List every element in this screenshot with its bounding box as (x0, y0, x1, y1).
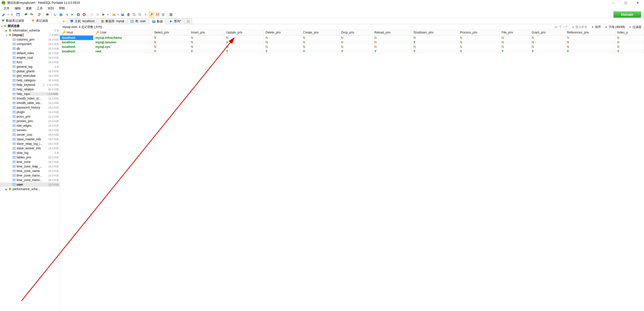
delete-icon[interactable] (81, 12, 87, 17)
cell[interactable]: N (565, 35, 615, 40)
find-icon[interactable] (131, 12, 137, 17)
col-file_priv[interactable]: File_priv (499, 30, 529, 35)
tree-node-time-zone-transi---[interactable]: time_zone_transi...16.0 KiB (0, 173, 60, 178)
tab-table[interactable]: 表: user (127, 18, 149, 24)
cell[interactable]: Y (411, 40, 458, 45)
cell[interactable]: Y (189, 49, 224, 54)
cell[interactable]: Y (565, 49, 615, 54)
dropdown-icon[interactable]: ▾ (7, 12, 9, 17)
zoom-icon[interactable] (137, 12, 143, 17)
cell[interactable]: N (152, 40, 189, 45)
tree-node-server-cost[interactable]: server_cost16.0 KiB (0, 132, 60, 137)
tree-node-role-edges[interactable]: role_edges16.0 KiB (0, 123, 60, 128)
menu-tools[interactable]: 工具 (35, 6, 45, 11)
cell[interactable]: N (499, 35, 529, 40)
tree-node-tables-priv[interactable]: tables_priv32.0 KiB (0, 155, 60, 160)
menu-help[interactable]: 帮助 (57, 6, 67, 11)
tree-node-engine-cost[interactable]: engine_cost16.0 KiB (0, 55, 60, 60)
tree-node-default-roles[interactable]: default_roles16.0 KiB (0, 51, 60, 55)
cell[interactable]: N (411, 45, 458, 49)
cell[interactable]: mysql.sys (93, 45, 152, 49)
cell[interactable]: N (529, 45, 565, 49)
col-drop_priv[interactable]: Drop_priv (339, 30, 372, 35)
tree-node-innodb-index-st---[interactable]: innodb_index_st...16.0 KiB (0, 96, 60, 101)
col-user[interactable]: 🔑User (93, 30, 152, 35)
expand-icon[interactable]: ▶ (5, 188, 8, 191)
expand-icon[interactable]: ▾ (5, 34, 8, 37)
table-filter[interactable]: 表过滤器 (30, 19, 60, 23)
tree-node-columns-priv[interactable]: columns_priv16.0 KiB (0, 37, 60, 42)
col-index_p[interactable]: Index_p (615, 30, 644, 35)
data-grid[interactable]: 🔑Host🔑UserSelect_privInsert_privUpdate_p… (60, 30, 644, 311)
tree-node-help-keyword[interactable]: help_keyword176.0 KiB (0, 83, 60, 87)
tab-host[interactable]: 主机: localhost (67, 18, 97, 24)
refresh-icon[interactable] (52, 12, 58, 17)
tree-node-innodb-table-sta---[interactable]: innodb_table_sta...16.0 KiB (0, 101, 60, 105)
cancel-icon[interactable] (95, 12, 100, 17)
cell[interactable]: N (499, 45, 529, 49)
cell[interactable]: N (189, 45, 224, 49)
cell[interactable]: N (458, 40, 499, 45)
tree-node-gtid-executed[interactable]: gtid_executed16.0 KiB (0, 74, 60, 78)
stop-icon[interactable] (168, 12, 174, 17)
col-delete_priv[interactable]: Delete_priv (263, 30, 301, 35)
folder-dropdown-icon[interactable]: ▾ (117, 12, 120, 17)
tree-node-component[interactable]: component16.0 KiB (0, 42, 60, 46)
flash-icon[interactable] (143, 12, 149, 17)
cell[interactable]: Y (499, 49, 529, 54)
cell[interactable]: Y (372, 49, 411, 54)
col-create_priv[interactable]: Create_priv (301, 30, 339, 35)
tree-node-general-log[interactable]: general_log0 B (0, 64, 60, 69)
cell[interactable]: N (263, 45, 301, 49)
cell[interactable]: localhost (60, 49, 93, 54)
cell[interactable]: Y (263, 49, 301, 54)
tree-node-global-grants[interactable]: global_grants16.0 KiB (0, 69, 60, 74)
filter-dropdown[interactable]: ▼过滤器 (629, 25, 641, 29)
sort-dropdown[interactable]: ▼排序 (591, 25, 601, 29)
cell[interactable]: N (339, 40, 372, 45)
cell[interactable]: N (565, 45, 615, 49)
last-icon[interactable] (70, 12, 75, 17)
cell[interactable]: N (263, 40, 301, 45)
cell[interactable]: localhost (60, 45, 93, 49)
list-icon[interactable] (160, 12, 166, 17)
print-icon[interactable] (45, 12, 50, 17)
cell[interactable]: N (224, 35, 264, 40)
donate-button[interactable]: Donate (614, 12, 641, 18)
tree-node-slave-worker-info[interactable]: slave_worker_info16.0 KiB (0, 146, 60, 151)
tree-node-db[interactable]: db32.0 KiB (0, 46, 60, 51)
binary-icon[interactable]: 100010 (155, 12, 160, 17)
cell[interactable]: N (458, 45, 499, 49)
cell[interactable]: N (529, 40, 565, 45)
col-host[interactable]: 🔑Host (60, 30, 93, 35)
col-update_priv[interactable]: Update_priv (224, 30, 264, 35)
table-row[interactable]: localhostrootYYYYYYYYYYYYY (60, 49, 644, 54)
tree-node-information-schema[interactable]: ▶information_schema0 B (0, 28, 60, 33)
tree-node-password-history[interactable]: password_history16.0 KiB (0, 105, 60, 110)
menu-goto[interactable]: 转到 (46, 6, 56, 11)
users-icon[interactable] (37, 12, 42, 17)
first-icon[interactable] (64, 12, 69, 17)
cell[interactable]: N (224, 40, 264, 45)
tree-node-time-zone-leap----[interactable]: time_zone_leap_...16.0 KiB (0, 164, 60, 169)
cell[interactable]: N (615, 35, 644, 40)
tab-database[interactable]: 数据库: mysql (98, 18, 127, 24)
tree-root[interactable]: ▾ 测试连接 (0, 24, 60, 28)
run-icon[interactable] (101, 12, 106, 17)
cell[interactable]: Y (301, 49, 339, 54)
col-select_priv[interactable]: Select_priv (152, 30, 189, 35)
cell[interactable]: N (372, 45, 411, 49)
cell[interactable]: N (263, 35, 301, 40)
cell[interactable]: N (189, 35, 224, 40)
close-button[interactable]: ✕ (634, 1, 641, 5)
cell[interactable]: Y (411, 49, 458, 54)
redo-icon[interactable] (29, 12, 34, 17)
col-shutdown_priv[interactable]: Shutdown_priv (411, 30, 458, 35)
expand-icon[interactable]: ▾ (0, 25, 3, 27)
cell[interactable]: N (152, 45, 189, 49)
tree-node-slow-log[interactable]: slow_log0 B (0, 151, 60, 155)
next-page[interactable]: ≫下一个 (554, 25, 568, 29)
tree-node-user[interactable]: user16.0 KiB (0, 182, 60, 187)
cell[interactable]: Y (458, 49, 499, 54)
cell[interactable]: mysql.session (93, 40, 152, 45)
